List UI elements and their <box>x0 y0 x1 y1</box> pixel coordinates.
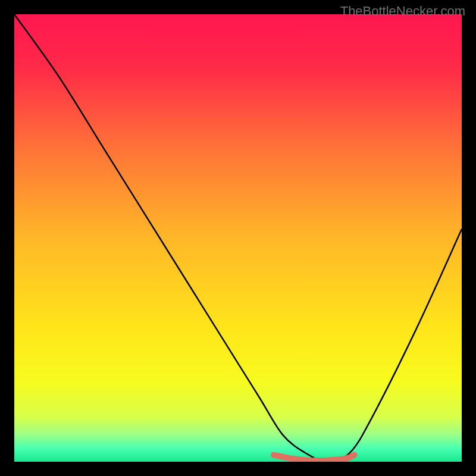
gradient-background <box>14 14 462 462</box>
watermark-text: TheBottleNecker.com <box>340 4 465 19</box>
bottleneck-chart <box>14 14 462 462</box>
chart-plot-area <box>14 14 462 462</box>
